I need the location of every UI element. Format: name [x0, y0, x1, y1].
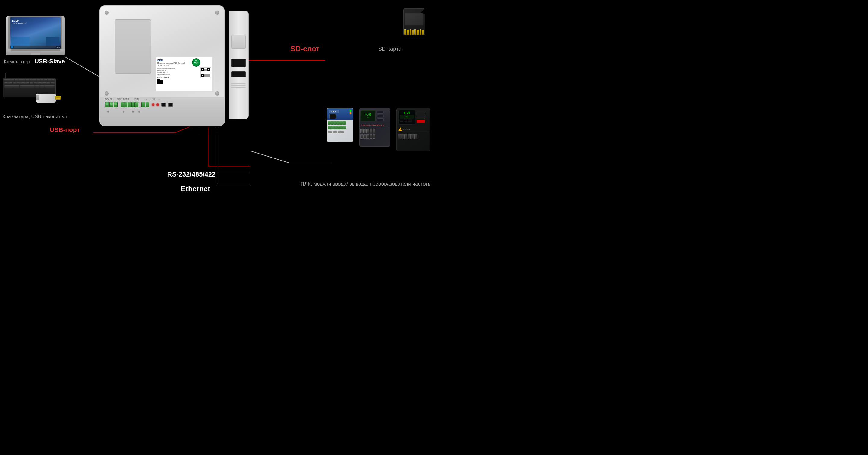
rs232-label: RS-232/485/422: [167, 170, 216, 178]
screw-tl: [104, 10, 109, 15]
power-label: FG - DC+: [105, 98, 114, 100]
plc-devices: БЛОК: [327, 108, 431, 152]
com1-label: COM1/COM3: [117, 98, 129, 100]
laptop-date: Tuesday, February 8: [12, 22, 26, 24]
side-slot-2: [231, 71, 246, 77]
usb-drive-image: [36, 93, 60, 107]
led-indicator2: [156, 104, 159, 106]
laptop-image: 11:30 Tuesday, February 8 11:30: [6, 8, 65, 55]
screw-br: [215, 91, 219, 96]
svg-line-12: [250, 151, 289, 163]
keyboard-label: Клавиатура, USB-накопитель: [2, 114, 68, 119]
usb-hole-2: [168, 103, 173, 107]
com1-connector: [121, 102, 138, 107]
hmi-brand: EKF: [157, 59, 211, 62]
sd-slot-label: SD-слот: [291, 45, 319, 53]
sd-card-label: SD-карта: [378, 46, 401, 52]
usb-slave-label: USB-Slave: [34, 58, 65, 64]
screw-tr: [215, 10, 219, 15]
freq-converter-1: 0.00 Hz ПРЕОБРАЗОВАТЕЛЬ: [359, 108, 391, 147]
screw-bl: [104, 91, 109, 96]
hmi-label-sticker: EKF Панель оператора PRO-Screen 7 24 V m…: [156, 57, 213, 92]
usb-port-label: USB-порт: [50, 126, 80, 133]
ethernet-label: Ethernet: [181, 184, 210, 193]
hmi-panel: EKF Панель оператора PRO-Screen 7 24 V m…: [99, 5, 227, 137]
freq-converter-2: 0.00 FWD: [396, 108, 431, 152]
computer-label: Компьютер USB-Slave: [4, 58, 65, 65]
plc-label: ПЛК, модули ввода/ вывода, преобразовате…: [301, 180, 432, 188]
side-slot-1: [231, 59, 246, 67]
led-indicator: [152, 104, 154, 106]
usb-label: USB: [151, 98, 155, 100]
sd-card-image: [403, 8, 425, 36]
com2-connector: [141, 102, 150, 107]
main-scene: 11:30 Tuesday, February 8 11:30: [0, 0, 434, 227]
power-terminal: [105, 102, 118, 107]
com2-label: COM2: [133, 98, 139, 100]
plc-small: БЛОК: [327, 108, 354, 143]
usb-hole-1: [161, 103, 166, 107]
hmi-side-view: [229, 10, 250, 119]
